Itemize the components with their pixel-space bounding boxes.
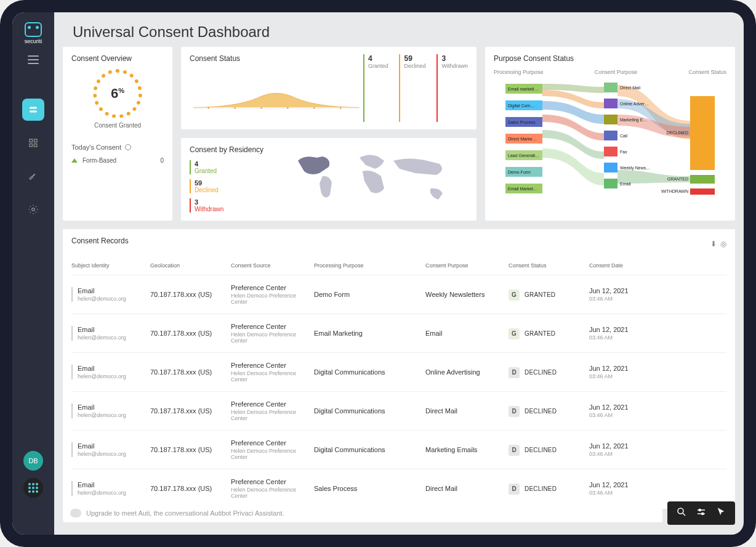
status-stat: 4Granted (363, 54, 388, 122)
card-title: Consent Status (190, 54, 363, 63)
table-row[interactable]: Emailhelen@democo.org 70.187.178.xxx (US… (71, 391, 726, 430)
visibility-icon[interactable]: ◎ (720, 240, 726, 248)
svg-point-12 (313, 107, 315, 108)
table-row[interactable]: Emailhelen@democo.org 70.187.178.xxx (US… (71, 314, 726, 352)
svg-rect-30 (604, 99, 617, 108)
svg-rect-34 (604, 131, 617, 140)
svg-text:Email: Email (620, 182, 631, 186)
svg-point-6 (32, 208, 35, 211)
svg-rect-44 (690, 175, 715, 184)
purpose-consent-card: Purpose Consent Status Processing Purpos… (485, 47, 735, 221)
bottom-bar: Upgrade to meet Auti, the conversational… (63, 501, 735, 525)
menu-toggle-icon[interactable] (28, 55, 39, 64)
svg-text:Direct Mail: Direct Mail (620, 86, 641, 90)
svg-text:Marketing E…: Marketing E… (620, 118, 647, 123)
svg-text:Call: Call (620, 134, 628, 138)
gauge-icon: 6% (93, 69, 142, 118)
card-title: Consent Overview (71, 54, 164, 63)
svg-rect-0 (30, 107, 37, 109)
svg-text:Email marketi…: Email marketi… (508, 87, 538, 91)
svg-text:Direct Marke…: Direct Marke… (508, 137, 537, 141)
card-title: Consent Records (71, 237, 129, 245)
consent-residency-card: Consent by Residency 4Granted59Declined3… (181, 138, 477, 221)
svg-point-8 (207, 107, 209, 108)
svg-rect-4 (30, 144, 33, 147)
svg-rect-42 (690, 96, 715, 170)
svg-text:Email Market…: Email Market… (508, 187, 537, 191)
svg-text:GRANTED: GRANTED (667, 177, 688, 181)
svg-point-9 (234, 107, 235, 108)
svg-text:Fax: Fax (620, 150, 627, 154)
chat-icon (70, 509, 81, 517)
svg-rect-38 (604, 163, 617, 172)
table-row[interactable]: Emailhelen@democo.org 70.187.178.xxx (US… (71, 352, 726, 391)
triangle-up-icon (71, 158, 78, 163)
svg-text:Demo Form: Demo Form (508, 170, 531, 174)
table-row[interactable]: Emailhelen@democo.org 70.187.178.xxx (US… (71, 275, 726, 314)
residency-stat: 59Declined (190, 179, 263, 193)
svg-rect-28 (604, 83, 617, 92)
form-based-row: Form-Based 0 (71, 157, 164, 164)
svg-text:Lead Generati…: Lead Generati… (508, 153, 539, 158)
svg-rect-40 (604, 179, 617, 188)
sliders-icon[interactable] (696, 506, 707, 520)
svg-rect-32 (604, 115, 617, 124)
consent-status-card: Consent Status 4Granted59Declined3Withdr… (181, 47, 477, 129)
svg-text:Weekly News…: Weekly News… (620, 166, 650, 171)
nav-dashboard-icon[interactable] (22, 99, 44, 121)
clock-icon (125, 144, 131, 150)
status-curve-chart (190, 76, 363, 120)
svg-point-48 (678, 508, 683, 514)
table-row[interactable]: Emailhelen@democo.org 70.187.178.xxx (US… (71, 430, 726, 469)
chat-input[interactable]: Upgrade to meet Auti, the conversational… (63, 504, 662, 522)
today-consent-label: Today's Consent (71, 144, 164, 151)
svg-point-11 (287, 107, 288, 108)
svg-point-53 (702, 513, 704, 515)
svg-rect-36 (604, 147, 617, 156)
nav-grid-icon[interactable] (22, 132, 44, 154)
table-header: Subject Identity Geolocation Consent Sou… (71, 251, 726, 275)
gauge-label: Consent Granted (71, 122, 164, 129)
svg-point-10 (260, 107, 262, 108)
svg-point-13 (340, 107, 341, 108)
svg-rect-2 (30, 139, 33, 142)
user-avatar[interactable]: DB (23, 451, 43, 471)
svg-text:WITHDRAWN: WITHDRAWN (661, 189, 688, 193)
sankey-chart: Email marketi…Digital Com…Sales ProcessD… (494, 78, 726, 201)
svg-text:DECLINED: DECLINED (667, 131, 688, 135)
bottom-toolbar (667, 501, 735, 525)
consent-records-card: Consent Records ⬇ ◎ Subject Identity Geo… (63, 229, 735, 509)
residency-stat: 3Withdrawn (190, 198, 263, 213)
card-title: Purpose Consent Status (494, 54, 726, 63)
svg-rect-1 (30, 111, 37, 113)
pointer-icon[interactable] (715, 506, 726, 520)
nav-wrench-icon[interactable] (22, 165, 44, 187)
status-stat: 3Withdrawn (436, 54, 468, 122)
residency-stat: 4Granted (190, 160, 263, 174)
world-map-icon (276, 145, 468, 213)
consent-overview-card: Consent Overview 6% Consent Granted Toda… (63, 47, 172, 221)
svg-text:Digital Com…: Digital Com… (508, 103, 534, 108)
svg-rect-46 (690, 188, 715, 195)
status-stat: 59Declined (399, 54, 425, 122)
page-title: Universal Consent Dashboard (54, 12, 744, 47)
card-title: Consent by Residency (190, 145, 263, 154)
brand-logo[interactable]: securiti (18, 22, 48, 44)
svg-point-52 (699, 509, 701, 511)
svg-text:Sales Process: Sales Process (508, 120, 536, 124)
svg-line-49 (683, 513, 685, 516)
nav-gear-icon[interactable] (22, 198, 44, 221)
apps-launcher-icon[interactable] (23, 478, 43, 498)
download-icon[interactable]: ⬇ (710, 240, 717, 248)
svg-text:Online Adver…: Online Adver… (620, 102, 649, 106)
sidebar: securiti DB (12, 12, 54, 535)
search-icon[interactable] (676, 506, 687, 520)
svg-rect-5 (34, 144, 38, 147)
svg-rect-3 (34, 139, 38, 142)
